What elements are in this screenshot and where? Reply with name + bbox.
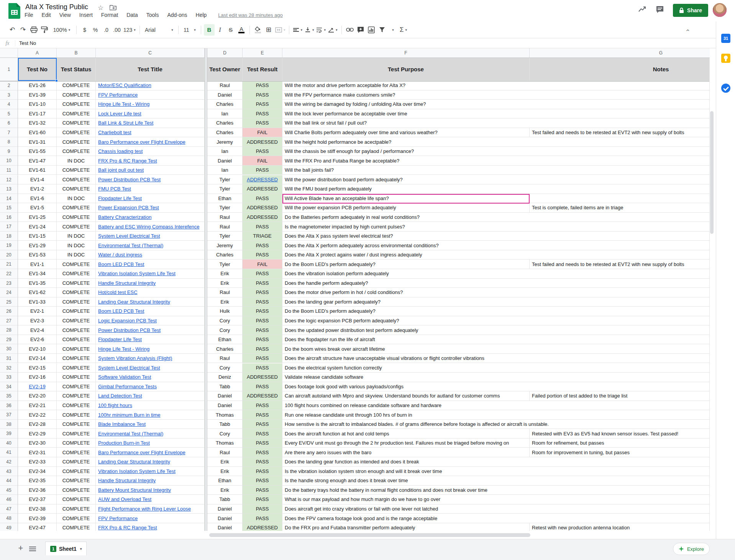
menu-edit[interactable]: Edit bbox=[42, 12, 51, 18]
cell-result-row-19[interactable]: PASS bbox=[243, 241, 282, 250]
row-number-35[interactable]: 35 bbox=[0, 391, 18, 401]
cell-title-row-7[interactable]: Charliebolt test bbox=[96, 128, 205, 138]
cell-owner-row-3[interactable]: Daniel bbox=[207, 90, 243, 100]
cell-note-row-4[interactable] bbox=[530, 100, 710, 109]
menu-help[interactable]: Help bbox=[196, 12, 207, 18]
cell-note-row-3[interactable] bbox=[530, 90, 710, 100]
cell-no-row-4[interactable]: EV1-10 bbox=[18, 100, 57, 109]
cell-no-row-24[interactable]: EV1-62 bbox=[18, 288, 57, 297]
row-number-34[interactable]: 34 bbox=[0, 382, 18, 392]
cell-purpose-row-2[interactable]: Will the motor and drive perform accepta… bbox=[282, 81, 530, 90]
row-number-5[interactable]: 5 bbox=[0, 109, 18, 119]
row-number-40[interactable]: 40 bbox=[0, 438, 18, 448]
cell-owner-row-16[interactable]: Raul bbox=[207, 213, 243, 222]
cell-owner-row-9[interactable]: Ian bbox=[207, 147, 243, 156]
cell-result-row-14[interactable]: PASS bbox=[243, 194, 282, 204]
cell-title-row-26[interactable]: Boom LED PCB Test bbox=[96, 307, 205, 316]
cell-owner-row-45[interactable]: Erik bbox=[207, 486, 243, 495]
test-title-link[interactable]: Ball joint pull out test bbox=[98, 167, 144, 173]
test-title-link[interactable]: Handle Structural Integrity bbox=[98, 280, 156, 286]
cell-note-row-16[interactable] bbox=[530, 213, 710, 222]
formula-input[interactable]: Test No bbox=[15, 40, 36, 46]
cell-no-row-39[interactable]: EV2-29 bbox=[18, 429, 57, 438]
header-cell-note[interactable]: Notes bbox=[530, 58, 710, 81]
result-link[interactable]: ADDRESSED bbox=[247, 177, 278, 182]
row-number-27[interactable]: 27 bbox=[0, 316, 18, 326]
test-title-link[interactable]: Chassis loading test bbox=[98, 148, 143, 154]
cell-status-row-28[interactable]: COMPLETE bbox=[57, 325, 96, 335]
column-header-A[interactable]: A bbox=[18, 48, 57, 58]
cell-status-row-12[interactable]: COMPLETE bbox=[57, 175, 96, 185]
cell-note-row-39[interactable]: Retested with EV3 as EV5 had known senso… bbox=[530, 429, 710, 438]
cell-owner-row-31[interactable]: Raul bbox=[207, 354, 243, 363]
cell-no-row-37[interactable]: EV2-22 bbox=[18, 410, 57, 420]
cell-result-row-16[interactable]: ADDRESSED bbox=[243, 213, 282, 222]
cell-status-row-13[interactable]: COMPLETE bbox=[57, 184, 96, 194]
cell-note-row-12[interactable] bbox=[530, 175, 710, 185]
print-button[interactable] bbox=[28, 24, 39, 36]
cell-title-row-33[interactable]: Software Validation Test bbox=[96, 373, 205, 382]
test-title-link[interactable]: Charliebolt test bbox=[98, 130, 131, 135]
horizontal-scrollbar[interactable] bbox=[207, 532, 710, 538]
cell-title-row-15[interactable]: Power Expansion PCB Test bbox=[96, 203, 205, 213]
header-cell-owner[interactable]: Test Owner bbox=[207, 58, 243, 81]
cell-purpose-row-28[interactable]: Does the updated power distribution test… bbox=[282, 325, 530, 335]
last-edit-link[interactable]: Last edit was 28 minutes ago bbox=[218, 12, 282, 18]
cell-no-row-16[interactable]: EV1-25 bbox=[18, 213, 57, 222]
cell-status-row-7[interactable]: COMPLETE bbox=[57, 128, 96, 138]
cell-purpose-row-36[interactable]: 100 flight hours combined on release can… bbox=[282, 401, 530, 411]
cell-note-row-30[interactable] bbox=[530, 344, 710, 354]
test-title-link[interactable]: FRX Pro & RC Range Test bbox=[98, 525, 157, 530]
cell-note-row-8[interactable] bbox=[530, 137, 710, 147]
cell-status-row-35[interactable]: COMPLETE bbox=[57, 391, 96, 401]
move-to-folder-icon[interactable] bbox=[110, 5, 116, 12]
row-number-23[interactable]: 23 bbox=[0, 279, 18, 288]
row-number-37[interactable]: 37 bbox=[0, 410, 18, 420]
cell-owner-row-33[interactable]: Deniz bbox=[207, 373, 243, 382]
menu-format[interactable]: Format bbox=[101, 12, 118, 18]
cell-purpose-row-21[interactable]: Do the Boom LED's perform adequately? bbox=[282, 259, 530, 269]
test-title-link[interactable]: Water / dust ingress bbox=[98, 252, 142, 258]
cell-purpose-row-30[interactable]: Do the boom wires break over aircraft li… bbox=[282, 344, 530, 354]
cell-owner-row-22[interactable]: Erik bbox=[207, 269, 243, 279]
cell-status-row-44[interactable]: COMPLETE bbox=[57, 476, 96, 486]
cell-status-row-31[interactable]: COMPLETE bbox=[57, 354, 96, 363]
cell-owner-row-32[interactable]: Cory bbox=[207, 363, 243, 373]
cell-no-row-40[interactable]: EV2-30 bbox=[18, 438, 57, 448]
cell-no-row-17[interactable]: EV1-24 bbox=[18, 222, 57, 232]
text-rotation-button[interactable]: ▾ bbox=[327, 24, 339, 36]
cell-status-row-18[interactable]: IN DOC bbox=[57, 232, 96, 241]
cell-no-row-12[interactable]: EV1-4 bbox=[18, 175, 57, 185]
cell-note-row-46[interactable] bbox=[530, 495, 710, 504]
cell-purpose-row-27[interactable]: Does the logic expansion PCB perform ade… bbox=[282, 316, 530, 326]
cell-note-row-26[interactable] bbox=[530, 307, 710, 316]
cell-owner-row-35[interactable]: Daniel bbox=[207, 391, 243, 401]
cell-owner-row-15[interactable]: Tyler bbox=[207, 203, 243, 213]
cell-purpose-row-49[interactable]: Do the FRX pro and Futaba transmitter pe… bbox=[282, 523, 530, 531]
cell-no-row-41[interactable]: EV2-31 bbox=[18, 448, 57, 457]
test-title-link[interactable]: Vibration Isolation System Life Test bbox=[98, 468, 176, 474]
cell-no-row-38[interactable]: EV2-28 bbox=[18, 420, 57, 429]
test-title-link[interactable]: Battery Mount Structural Integrity bbox=[98, 487, 171, 493]
cell-title-row-39[interactable]: Environmental Test (Thermal) bbox=[96, 429, 205, 438]
cell-purpose-row-44[interactable]: Is the handle strong enough and does it … bbox=[282, 476, 530, 486]
cell-note-row-6[interactable] bbox=[530, 118, 710, 128]
cell-title-row-47[interactable]: Flight Performance with Ring Lever Loose bbox=[96, 504, 205, 514]
sheets-logo-icon[interactable] bbox=[8, 3, 20, 20]
cell-title-row-28[interactable]: Power Distribution PCB Test bbox=[96, 325, 205, 335]
cell-purpose-row-33[interactable]: Validate release candidate software bbox=[282, 373, 530, 382]
cell-purpose-row-20[interactable]: Does the Alta X protect agains water / d… bbox=[282, 250, 530, 260]
row-number-45[interactable]: 45 bbox=[0, 486, 18, 495]
cell-result-row-8[interactable]: ADDRESSED bbox=[243, 137, 282, 147]
row-number-31[interactable]: 31 bbox=[0, 354, 18, 363]
column-header-F[interactable]: F bbox=[282, 48, 530, 58]
cell-result-row-32[interactable]: PASS bbox=[243, 363, 282, 373]
cell-result-row-38[interactable]: PASS bbox=[243, 420, 282, 429]
cell-note-row-37[interactable] bbox=[530, 410, 710, 420]
cell-title-row-19[interactable]: Environmental Test (Thermal) bbox=[96, 241, 205, 250]
cell-title-row-34[interactable]: Gimbal Performance Tests bbox=[96, 382, 205, 392]
cell-no-row-15[interactable]: EV1-5 bbox=[18, 203, 57, 213]
cell-owner-row-10[interactable]: Daniel bbox=[207, 156, 243, 166]
row-number-19[interactable]: 19 bbox=[0, 241, 18, 250]
cell-title-row-12[interactable]: Power Distribution PCB Test bbox=[96, 175, 205, 185]
